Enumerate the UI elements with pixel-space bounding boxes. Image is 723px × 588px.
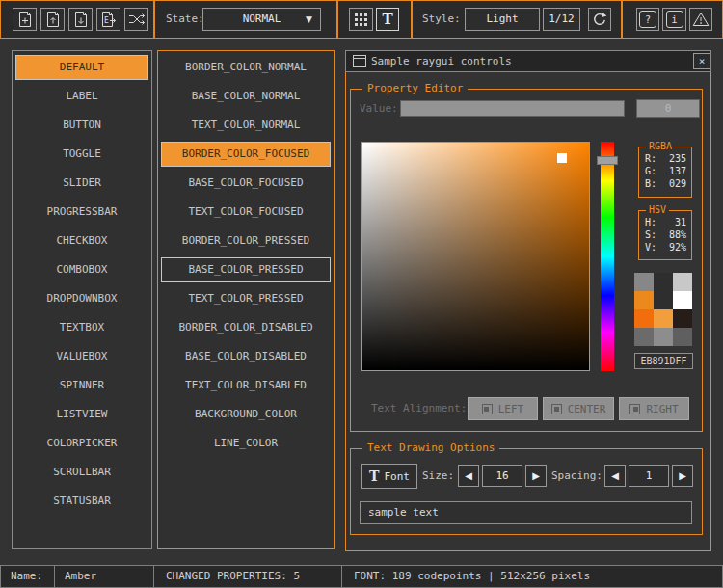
property-item[interactable]: BASE_COLOR_PRESSED [161, 257, 331, 282]
value-box[interactable]: 0 [636, 99, 700, 118]
control-item[interactable]: COLORPICKER [15, 431, 148, 456]
spacing-decrease-button[interactable]: ◀ [604, 465, 626, 487]
control-item[interactable]: TEXTBOX [15, 315, 148, 340]
control-item[interactable]: COMBOBOX [15, 257, 148, 282]
property-item[interactable]: BORDER_COLOR_DISABLED [161, 315, 331, 340]
changed-properties-status: CHANGED PROPERTIES: 5 [153, 565, 342, 588]
size-label: Size: [422, 465, 454, 487]
style-name-button[interactable]: Light [465, 8, 540, 31]
font-t-icon: T [369, 468, 379, 484]
property-item[interactable]: TEXT_COLOR_PRESSED [161, 286, 331, 311]
control-item[interactable]: VALUEBOX [15, 344, 148, 369]
color-swatch[interactable] [654, 309, 673, 328]
grid-toggle-button[interactable] [349, 8, 373, 31]
control-item[interactable]: SCROLLBAR [15, 460, 148, 485]
arrow-left-icon: ◀ [465, 470, 472, 481]
property-item[interactable]: BORDER_COLOR_NORMAL [161, 55, 331, 80]
property-editor-title: Property Editor [362, 82, 468, 95]
arrow-right-icon: ▶ [532, 470, 540, 481]
color-swatch[interactable] [654, 328, 673, 346]
property-item[interactable]: BASE_COLOR_NORMAL [161, 84, 331, 109]
file-new-button[interactable] [13, 8, 37, 31]
control-item[interactable]: DEFAULT [15, 55, 148, 80]
color-swatch[interactable] [673, 291, 692, 309]
sample-text-input[interactable]: sample text [360, 501, 692, 524]
color-swatch[interactable] [654, 291, 673, 309]
property-item[interactable]: TEXT_COLOR_NORMAL [161, 113, 331, 138]
align-left-icon [482, 404, 493, 414]
window-close-button[interactable]: × [693, 53, 710, 69]
file-save-button[interactable] [68, 8, 93, 31]
close-icon: × [699, 55, 706, 67]
spacing-increase-button[interactable]: ▶ [672, 465, 693, 487]
control-item[interactable]: PROGRESSBAR [15, 200, 148, 225]
text-mode-button[interactable]: T [376, 8, 399, 31]
hsv-val-row: V:92% [645, 241, 686, 254]
window-titlebar[interactable]: Sample raygui controls [345, 50, 711, 72]
value-slider[interactable] [400, 100, 625, 117]
file-open-icon [45, 11, 61, 28]
size-increase-button[interactable]: ▶ [525, 465, 547, 487]
control-item[interactable]: SLIDER [15, 171, 148, 196]
control-item[interactable]: SPINNER [15, 373, 148, 398]
property-item[interactable]: BASE_COLOR_FOCUSED [161, 171, 331, 196]
hsv-title: HSV [646, 204, 669, 216]
hex-color-input[interactable]: EB891DFF [634, 353, 693, 369]
reload-style-button[interactable] [588, 8, 611, 31]
file-open-button[interactable] [40, 8, 65, 31]
hue-handle[interactable] [597, 156, 618, 165]
letter-t-icon: T [382, 11, 392, 28]
property-item[interactable]: BORDER_COLOR_PRESSED [161, 228, 331, 254]
property-item[interactable]: LINE_COLOR [161, 431, 331, 456]
color-cursor[interactable] [557, 153, 567, 163]
color-swatch[interactable] [673, 273, 692, 291]
hsv-sat-row: S:88% [645, 228, 686, 241]
control-item[interactable]: CHECKBOX [15, 228, 148, 254]
state-dropdown[interactable]: NORMAL ▼ [202, 8, 321, 31]
state-label: State: [166, 13, 204, 26]
color-saturation-panel[interactable] [362, 142, 590, 371]
text-alignment-label: Text Alignment: [371, 397, 467, 420]
spacing-value-box[interactable]: 1 [629, 465, 669, 487]
font-button[interactable]: T Font [362, 464, 417, 489]
control-item[interactable]: STATUSBAR [15, 489, 148, 514]
size-value-box[interactable]: 16 [482, 465, 522, 487]
name-label: Name: [0, 565, 55, 588]
control-item[interactable]: LISTVIEW [15, 402, 148, 427]
info-button[interactable]: i [662, 8, 686, 31]
style-name-input[interactable]: Amber [54, 565, 154, 588]
color-swatch[interactable] [673, 328, 692, 346]
color-swatch[interactable] [634, 273, 654, 291]
color-swatch[interactable] [654, 273, 673, 291]
control-item[interactable]: TOGGLE [15, 142, 148, 167]
color-swatch[interactable] [634, 328, 654, 346]
property-item[interactable]: BASE_COLOR_DISABLED [161, 344, 331, 369]
style-name-value: Light [486, 13, 518, 25]
control-item[interactable]: BUTTON [15, 113, 148, 138]
property-item[interactable]: BORDER_COLOR_FOCUSED [161, 142, 331, 167]
color-swatch[interactable] [634, 309, 654, 328]
size-decrease-button[interactable]: ◀ [458, 465, 479, 487]
file-export-button[interactable]: E [96, 8, 120, 31]
help-button[interactable]: ? [636, 8, 659, 31]
property-item[interactable]: TEXT_COLOR_FOCUSED [161, 200, 331, 225]
hsv-group: HSV H:31 S:88% V:92% [638, 210, 692, 260]
issue-report-button[interactable] [689, 8, 712, 31]
file-new-icon [17, 11, 33, 28]
align-left-button[interactable]: LEFT [468, 397, 538, 420]
property-item[interactable]: TEXT_COLOR_DISABLED [161, 373, 331, 398]
rgba-red-row: R:235 [645, 152, 686, 165]
control-item[interactable]: LABEL [15, 84, 148, 109]
style-index-label: 1/12 [543, 8, 580, 31]
align-right-button[interactable]: RIGHT [619, 397, 689, 420]
color-swatch[interactable] [634, 291, 654, 309]
font-info-status: FONT: 189 codepoints | 512x256 pixels [341, 565, 723, 588]
align-center-icon [551, 404, 562, 414]
color-swatch[interactable] [673, 309, 692, 328]
hue-slider[interactable] [601, 142, 614, 371]
align-center-button[interactable]: CENTER [543, 397, 614, 420]
properties-list: BORDER_COLOR_NORMAL BASE_COLOR_NORMAL TE… [157, 50, 335, 549]
property-item[interactable]: BACKGROUND_COLOR [161, 402, 331, 427]
random-style-button[interactable] [124, 8, 148, 31]
control-item[interactable]: DROPDOWNBOX [15, 286, 148, 311]
